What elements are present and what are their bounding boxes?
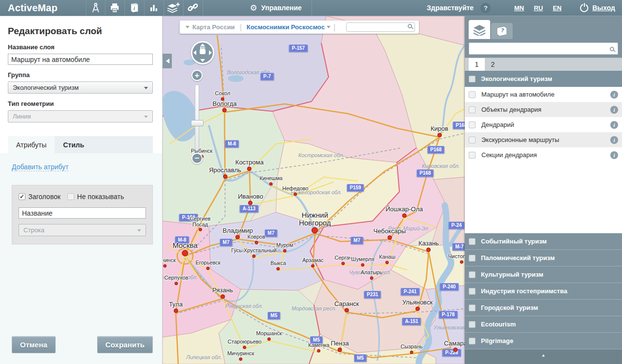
layers-page-tab[interactable]: 2 [485,58,501,71]
layer-checkbox[interactable] [469,121,476,128]
layer-row[interactable]: Секции дендрария i [465,147,622,162]
layer-checkbox[interactable] [469,106,476,113]
layer-name: Экскурсионные маршруты [481,136,559,143]
layers-search-input[interactable] [469,42,618,55]
chart-icon[interactable] [145,0,164,16]
geometry-type-value: Линия [13,113,31,120]
help-button[interactable]: ? [480,3,491,13]
language-link[interactable]: MN [514,4,524,12]
add-layer-icon[interactable] [164,0,184,16]
zoom-slider-handle[interactable] [191,120,204,126]
layer-checkbox[interactable] [469,91,476,98]
cancel-button[interactable]: Отмена [12,336,56,353]
measure-icon[interactable] [86,0,105,16]
layer-group-header[interactable]: Индустрия гостеприимства [465,283,622,300]
layer-name: Секции дендрария [481,151,537,159]
panel-scroll-up-button[interactable]: ▲ [465,349,622,361]
zoom-in-button[interactable]: + [191,70,203,81]
group-label: Группа [8,71,153,79]
collapse-left-panel-button[interactable] [163,54,172,68]
overlay-layer-button[interactable]: Космоснимки Роскосмос [247,23,325,31]
search-icon[interactable] [610,47,614,51]
layer-row[interactable]: Объекты дендрария i [465,102,622,117]
management-menu[interactable]: ⚙ Управление [250,3,302,13]
layer-name-label: Название слоя [8,43,153,51]
map-base [163,16,465,364]
map-canvas[interactable]: Вологодская обл.Костромская обл.Кировска… [163,16,465,364]
layers-page-tab[interactable]: 1 [469,58,485,71]
add-attribute-link[interactable]: Добавить атрибут [12,163,68,171]
info-icon[interactable]: i [610,106,618,114]
info-icon[interactable]: i [610,121,618,129]
greeting-text: Здравствуйте [427,4,474,12]
layer-row[interactable]: Экскурсионные маршруты i [465,132,622,147]
info-icon[interactable]: i [610,136,618,144]
hand-icon [200,49,206,54]
group-name: Экологический туризм [481,75,552,82]
pan-control[interactable] [191,41,214,64]
attribute-type-value: Строка [23,226,44,234]
layer-name-input[interactable] [8,54,153,65]
layer-group-header[interactable]: Pilgrimage [465,333,622,349]
language-link[interactable]: EN [553,4,561,12]
layer-group-header[interactable]: Городской туризм [465,300,622,316]
group-select[interactable]: Экологический туризм [8,81,153,94]
language-link[interactable]: RU [534,4,543,12]
layer-group-header-expanded[interactable]: Экологический туризм [465,71,622,87]
layer-group-header[interactable]: Событийный туризм [465,233,622,250]
layer-group-header[interactable]: Культурный туризм [465,266,622,283]
group-name: Событийный туризм [481,238,547,245]
pan-up-arrow[interactable] [200,43,205,46]
info-icon[interactable]: i [610,91,618,99]
layer-row[interactable]: Дендрарий i [465,117,622,132]
group-name: Индустрия гостеприимства [481,287,567,295]
base-layer-button[interactable]: Карта России [192,23,235,31]
hide-checkbox[interactable] [67,193,74,200]
group-checkbox[interactable] [469,238,476,245]
chevron-down-icon[interactable] [186,26,189,30]
group-checkbox[interactable] [469,288,476,295]
header-toolbar: i [86,0,203,16]
legend-icon[interactable]: i [125,0,145,16]
legend-tab[interactable]: ? [491,23,513,39]
logout-button[interactable]: Выход [580,4,615,12]
search-icon[interactable] [408,24,412,28]
layer-row[interactable]: Маршрут на автомобиле i [465,87,622,102]
group-checkbox[interactable] [469,271,476,278]
attribute-name-input[interactable] [19,207,146,219]
header-checkbox[interactable] [19,193,25,200]
attribute-flags-row: Заголовок Не показывать [19,193,146,201]
layer-checkbox[interactable] [469,137,476,143]
info-icon[interactable]: i [610,151,618,159]
save-button[interactable]: Сохранить [97,336,153,353]
layer-name: Маршрут на автомобиле [481,91,555,98]
group-checkbox[interactable] [469,255,476,262]
group-checkbox[interactable] [469,338,476,344]
zoom-out-button[interactable]: − [191,153,203,164]
zoom-slider[interactable] [195,84,199,151]
map-search-input[interactable] [346,22,415,32]
group-checkbox[interactable] [469,304,476,311]
chevron-down-icon[interactable] [327,26,331,30]
edit-panel-tabs: Атрибуты Стиль [8,136,153,153]
tab-attributes[interactable]: Атрибуты [8,136,55,153]
group-checkbox[interactable] [469,76,476,82]
layer-group-header[interactable]: Паломнический туризм [465,250,622,266]
tab-style[interactable]: Стиль [55,136,92,153]
print-icon[interactable] [105,0,125,16]
link-icon[interactable] [184,0,203,16]
group-checkbox[interactable] [469,321,476,328]
header-divider [311,0,312,16]
layers-search-row [465,39,622,58]
attributes-tab-content: Добавить атрибут Заголовок Не показывать… [0,153,162,364]
layer-group-header[interactable]: Ecotourism [465,316,622,333]
layers-tab[interactable] [469,20,490,39]
pan-left-arrow[interactable] [193,50,196,55]
language-switcher: MNRUEN [514,4,571,12]
logout-label: Выход [592,4,615,12]
legend-book-icon: ? [496,26,508,37]
pan-down-arrow[interactable] [200,59,205,62]
pan-right-arrow[interactable] [209,50,212,55]
layers-icon [473,24,486,36]
layer-checkbox[interactable] [469,152,476,159]
